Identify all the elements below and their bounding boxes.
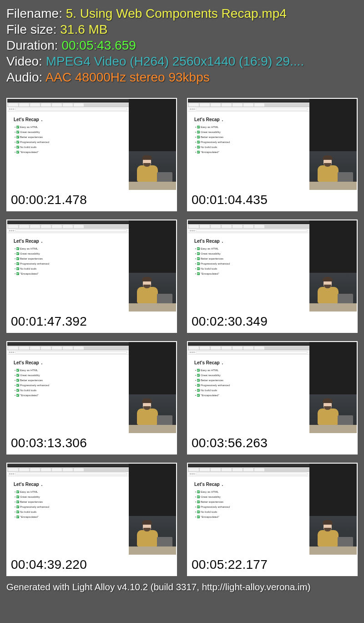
window-titlebar: [188, 342, 309, 346]
browser-addressbar: [7, 229, 129, 233]
slide-list-item: No build tools: [194, 145, 303, 150]
slide-list-item: Great reusability: [14, 251, 122, 256]
presenter-panel: [309, 99, 357, 190]
slide-list-item: No build tools: [194, 510, 303, 515]
timestamp-label: 00:02:30.349: [188, 312, 357, 332]
slide-title: Let's Recap .: [194, 360, 303, 365]
slide-list-item: Easy as HTML: [14, 246, 122, 251]
slide-title: Let's Recap .: [14, 117, 122, 122]
slide-list-item: Great reusability: [194, 373, 303, 378]
slide-content: Let's Recap .Easy as HTMLGreat reusabili…: [7, 355, 129, 433]
slide-list-item: Better experiences: [14, 378, 122, 383]
slide-list-item: Easy as HTML: [14, 368, 122, 373]
slide-content: Let's Recap .Easy as HTMLGreat reusabili…: [7, 233, 129, 312]
thumbnail-cell: Let's Recap .Easy as HTMLGreat reusabili…: [187, 341, 358, 454]
presenter-panel: [129, 220, 176, 312]
slide-list-item: Easy as HTML: [14, 125, 122, 130]
thumbnail-cell: Let's Recap .Easy as HTMLGreat reusabili…: [187, 463, 358, 576]
slide-list-item: Great reusability: [14, 373, 122, 378]
browser-addressbar: [188, 229, 309, 233]
laptop-icon: [157, 172, 172, 182]
presenter-person: [316, 518, 340, 546]
browser-tabbar: [188, 224, 309, 229]
slide-content: Let's Recap .Easy as HTMLGreat reusabili…: [188, 355, 309, 433]
video-value: MPEG4 Video (H264) 2560x1440 (16:9) 29..…: [46, 54, 304, 68]
presenter-panel: [309, 342, 357, 433]
slide-list-item: "Encapsulated": [194, 393, 303, 398]
laptop-icon: [338, 172, 353, 182]
window-titlebar: [7, 342, 129, 346]
slide-list-item: "Encapsulated": [14, 515, 122, 520]
slide-list-item: Progressively enhanced: [14, 383, 122, 388]
slide-list: Easy as HTMLGreat reusabilityBetter expe…: [194, 368, 303, 398]
slide-list: Easy as HTMLGreat reusabilityBetter expe…: [194, 490, 303, 520]
slide-list-item: Easy as HTML: [194, 246, 303, 251]
browser-addressbar: [7, 107, 129, 112]
slide-list-item: Better experiences: [194, 135, 303, 140]
presenter-scene: [129, 273, 176, 312]
timestamp-label: 00:04:39.220: [7, 555, 176, 575]
slide-list-item: Great reusability: [194, 251, 303, 256]
thumbnail-cell: Let's Recap .Easy as HTMLGreat reusabili…: [6, 98, 177, 211]
slide-list-item: Better experiences: [14, 500, 122, 505]
slide-title: Let's Recap .: [14, 239, 122, 244]
thumbnail-frame: Let's Recap .Easy as HTMLGreat reusabili…: [7, 99, 176, 190]
browser-tabbar: [188, 467, 309, 472]
slide-list: Easy as HTMLGreat reusabilityBetter expe…: [14, 125, 122, 155]
browser-addressbar: [7, 472, 129, 476]
presenter-person: [135, 275, 160, 303]
slide-list-item: "Encapsulated": [194, 271, 303, 276]
browser-tabbar: [7, 102, 129, 107]
slide-title: Let's Recap .: [194, 482, 303, 487]
presenter-person: [135, 397, 160, 425]
slide-title: Let's Recap .: [194, 117, 303, 122]
presenter-scene: [129, 394, 176, 433]
presenter-scene: [129, 516, 176, 555]
slide-list-item: Progressively enhanced: [194, 261, 303, 266]
thumbnail-frame: Let's Recap .Easy as HTMLGreat reusabili…: [7, 464, 176, 555]
duration-value: 00:05:43.659: [61, 38, 136, 52]
slide-list-item: No build tools: [14, 266, 122, 271]
presenter-person: [135, 518, 160, 546]
slide-list-item: Better experiences: [14, 135, 122, 140]
thumbnail-cell: Let's Recap .Easy as HTMLGreat reusabili…: [6, 341, 177, 454]
thumbnail-frame: Let's Recap .Easy as HTMLGreat reusabili…: [7, 220, 176, 312]
thumbnail-grid: Let's Recap .Easy as HTMLGreat reusabili…: [0, 88, 364, 580]
slide-list: Easy as HTMLGreat reusabilityBetter expe…: [14, 490, 122, 520]
slide-list-item: No build tools: [194, 266, 303, 271]
filesize-line: File size: 31.6 MB: [6, 21, 358, 37]
slide-title: Let's Recap .: [14, 482, 122, 487]
slide-list-item: No build tools: [14, 510, 122, 515]
duration-line: Duration: 00:05:43.659: [6, 37, 358, 53]
window-titlebar: [188, 99, 309, 102]
slide-list: Easy as HTMLGreat reusabilityBetter expe…: [194, 125, 303, 155]
browser-addressbar: [188, 350, 309, 355]
laptop-icon: [157, 294, 172, 304]
presenter-person: [316, 153, 340, 182]
slide-content: Let's Recap .Easy as HTMLGreat reusabili…: [7, 476, 129, 555]
slide-list-item: Better experiences: [14, 256, 122, 261]
timestamp-label: 00:03:13.306: [7, 433, 176, 454]
slide-list-item: "Encapsulated": [14, 393, 122, 398]
presenter-scene: [309, 151, 357, 190]
slide-list-item: Progressively enhanced: [194, 140, 303, 145]
presenter-scene: [309, 516, 357, 555]
browser-window: Let's Recap .Easy as HTMLGreat reusabili…: [7, 464, 129, 555]
audio-label: Audio:: [6, 70, 46, 84]
slide-list-item: "Encapsulated": [194, 515, 303, 520]
video-label: Video:: [6, 54, 46, 68]
slide-title: Let's Recap .: [194, 239, 303, 244]
window-titlebar: [188, 220, 309, 224]
presenter-scene: [309, 394, 357, 433]
window-titlebar: [188, 464, 309, 467]
browser-tabbar: [7, 224, 129, 229]
timestamp-label: 00:01:47.392: [7, 312, 176, 332]
browser-addressbar: [188, 107, 309, 112]
timestamp-label: 00:01:04.435: [188, 190, 357, 210]
browser-window: Let's Recap .Easy as HTMLGreat reusabili…: [188, 99, 309, 190]
presenter-scene: [309, 273, 357, 312]
presenter-panel: [129, 464, 176, 555]
presenter-panel: [129, 342, 176, 433]
slide-list-item: "Encapsulated": [14, 271, 122, 276]
slide-title: Let's Recap .: [14, 360, 122, 365]
